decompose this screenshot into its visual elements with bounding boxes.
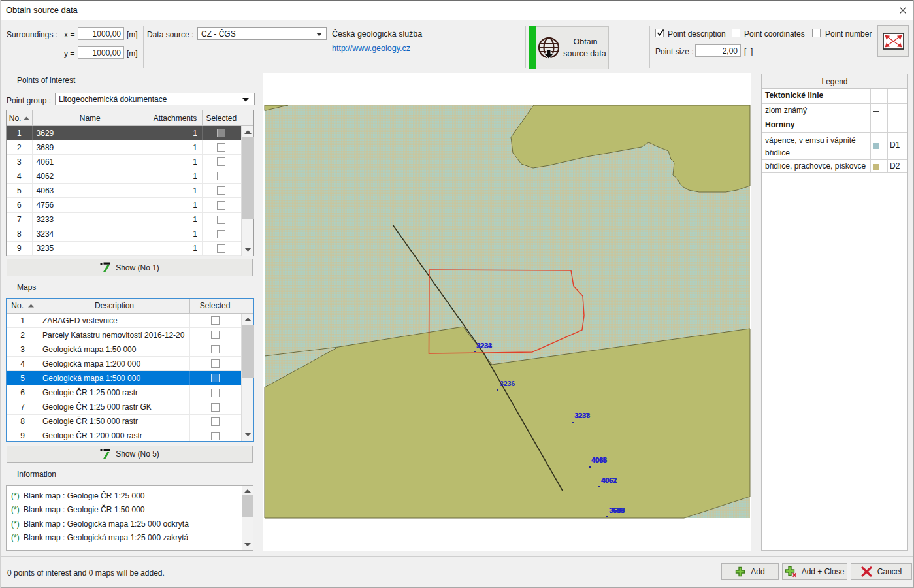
svg-text:3688: 3688: [610, 506, 625, 514]
svg-text:3233: 3233: [477, 342, 493, 350]
svg-text:3238: 3238: [575, 412, 591, 419]
svg-text:3236: 3236: [500, 380, 515, 387]
svg-text:4062: 4062: [602, 476, 617, 484]
svg-text:4066: 4066: [592, 456, 608, 464]
